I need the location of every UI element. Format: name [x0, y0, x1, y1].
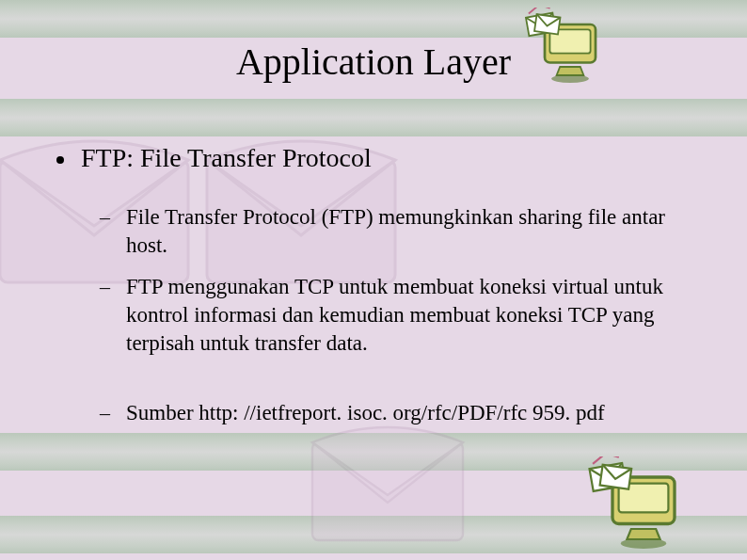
sub-list: – File Transfer Protocol (FTP) memungkin…	[100, 203, 709, 427]
svg-point-10	[621, 538, 666, 549]
main-heading: FTP: File Transfer Protocol	[81, 143, 372, 173]
svg-rect-12	[600, 465, 632, 489]
dash-icon: –	[100, 399, 113, 427]
dash-icon: –	[100, 203, 113, 232]
list-item: – FTP menggunakan TCP untuk membuat kone…	[100, 273, 709, 358]
main-list: FTP: File Transfer Protocol – File Trans…	[56, 143, 709, 440]
dash-icon: –	[100, 273, 113, 301]
slide-title: Application Layer	[0, 40, 747, 84]
svg-point-5	[551, 74, 589, 83]
computer-mail-icon	[519, 8, 604, 81]
sub-item-text: Sumber http: //ietfreport. isoc. org/rfc…	[126, 399, 605, 427]
list-item: – File Transfer Protocol (FTP) memungkin…	[100, 203, 709, 260]
list-item: – Sumber http: //ietfreport. isoc. org/r…	[100, 399, 709, 427]
svg-rect-7	[534, 14, 560, 34]
sub-item-text: FTP menggunakan TCP untuk membuat koneks…	[126, 273, 681, 358]
bullet-icon	[56, 156, 64, 164]
list-item: FTP: File Transfer Protocol	[56, 143, 709, 173]
sub-item-text: File Transfer Protocol (FTP) memungkinka…	[126, 203, 681, 260]
computer-mail-icon	[581, 456, 685, 547]
